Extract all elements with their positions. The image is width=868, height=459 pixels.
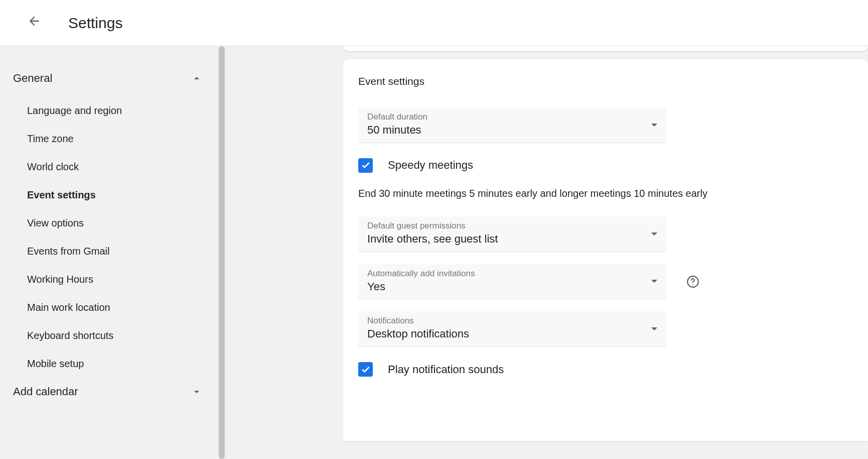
sidebar-items: Language and region Time zone World cloc…	[0, 89, 218, 378]
sidebar-scrollbar[interactable]	[218, 46, 225, 459]
help-icon	[686, 275, 699, 288]
sidebar-item-time-zone[interactable]: Time zone	[0, 125, 218, 153]
speedy-meetings-description: End 30 minute meetings 5 minutes early a…	[358, 188, 730, 199]
arrow-left-icon	[27, 14, 41, 28]
notifications-select[interactable]: Notifications Desktop notifications	[358, 311, 666, 347]
select-value: 50 minutes	[367, 123, 657, 138]
sidebar-item-world-clock[interactable]: World clock	[0, 153, 218, 181]
chevron-down-icon	[191, 386, 203, 398]
sidebar-section-title: General	[13, 72, 52, 85]
speedy-meetings-row: Speedy meetings	[358, 158, 868, 173]
play-sounds-row: Play notification sounds	[358, 362, 868, 377]
sidebar-item-label: Working Hours	[27, 274, 93, 285]
sidebar-section-title: Add calendar	[13, 385, 78, 398]
sidebar-item-mobile-setup[interactable]: Mobile setup	[0, 350, 218, 378]
caret-down-icon	[651, 124, 657, 127]
caret-down-icon	[651, 280, 657, 283]
sidebar-section-add-calendar[interactable]: Add calendar	[0, 381, 218, 403]
card-title: Event settings	[343, 75, 868, 87]
sidebar-item-event-settings[interactable]: Event settings	[0, 181, 218, 209]
help-button[interactable]	[686, 275, 699, 288]
guest-permissions-select[interactable]: Default guest permissions Invite others,…	[358, 216, 666, 252]
chevron-up-icon	[191, 72, 203, 84]
main-content: Event settings Default duration 50 minut…	[225, 46, 868, 459]
select-label: Automatically add invitations	[367, 268, 657, 279]
sidebar-item-label: Time zone	[27, 133, 74, 144]
select-label: Default duration	[367, 111, 657, 123]
play-sounds-checkbox[interactable]	[358, 362, 373, 377]
svg-point-1	[692, 284, 693, 285]
check-icon	[361, 160, 371, 170]
speedy-meetings-checkbox[interactable]	[358, 158, 373, 173]
caret-down-icon	[651, 327, 657, 330]
check-icon	[361, 365, 371, 375]
sidebar-item-label: Language and region	[27, 105, 122, 116]
body: General Language and region Time zone Wo…	[0, 46, 868, 459]
select-value: Yes	[367, 279, 657, 294]
sidebar-item-label: View options	[27, 217, 84, 228]
sidebar-item-working-hours[interactable]: Working Hours	[0, 265, 218, 293]
sidebar-item-main-work-location[interactable]: Main work location	[0, 293, 218, 321]
speedy-meetings-label: Speedy meetings	[388, 159, 473, 172]
select-value: Desktop notifications	[367, 326, 657, 341]
select-label: Notifications	[367, 315, 657, 326]
auto-add-invitations-select[interactable]: Automatically add invitations Yes	[358, 264, 666, 300]
sidebar-item-language-region[interactable]: Language and region	[0, 96, 218, 125]
sidebar-item-events-from-gmail[interactable]: Events from Gmail	[0, 237, 218, 265]
select-label: Default guest permissions	[367, 220, 657, 232]
caret-down-icon	[651, 233, 657, 236]
sidebar-item-label: Mobile setup	[27, 358, 84, 369]
select-value: Invite others, see guest list	[367, 232, 657, 247]
sidebar-item-label: Main work location	[27, 302, 110, 313]
sidebar-section-general[interactable]: General	[0, 67, 218, 89]
auto-add-row: Automatically add invitations Yes	[343, 252, 868, 300]
play-sounds-label: Play notification sounds	[388, 363, 504, 376]
back-button[interactable]	[24, 11, 44, 31]
sidebar-item-view-options[interactable]: View options	[0, 209, 218, 237]
settings-sidebar: General Language and region Time zone Wo…	[0, 46, 218, 459]
sidebar-item-label: Keyboard shortcuts	[27, 330, 113, 341]
previous-card-edge	[343, 46, 868, 51]
event-settings-card: Event settings Default duration 50 minut…	[343, 59, 868, 441]
page-title: Settings	[68, 15, 122, 32]
sidebar-item-label: World clock	[27, 161, 79, 172]
app-header: Settings	[0, 0, 868, 46]
sidebar-item-label: Event settings	[27, 189, 96, 200]
sidebar-item-label: Events from Gmail	[27, 246, 109, 257]
sidebar-item-keyboard-shortcuts[interactable]: Keyboard shortcuts	[0, 321, 218, 350]
default-duration-select[interactable]: Default duration 50 minutes	[358, 107, 666, 143]
scroll-thumb[interactable]	[219, 46, 225, 459]
